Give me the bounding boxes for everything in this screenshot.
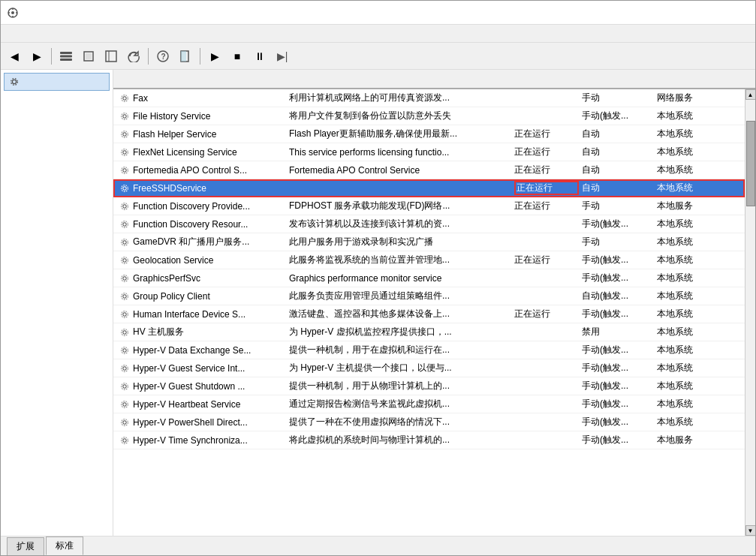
back-button[interactable]: ◀ [4, 46, 25, 67]
up-button[interactable] [78, 46, 99, 67]
show-hide-button[interactable] [56, 46, 77, 67]
gear-icon-row [119, 291, 130, 302]
svg-point-36 [122, 239, 128, 245]
play-button[interactable]: ▶ [204, 46, 225, 67]
table-row[interactable]: Hyper-V Time Synchroniza... 将此虚拟机的系统时间与物… [113, 431, 745, 449]
refresh-button[interactable] [123, 46, 144, 67]
service-startup: 手动 [579, 92, 654, 104]
svg-rect-7 [60, 55, 72, 57]
table-row[interactable]: FreeSSHDService 正在运行 自动 本地系统 [113, 179, 745, 197]
table-row[interactable]: Fax 利用计算机或网络上的可用传真资源发... 手动 网络服务 [113, 89, 745, 107]
table-row[interactable]: GraphicsPerfSvc Graphics performance mon… [113, 269, 745, 287]
service-status: 正在运行 [511, 254, 579, 266]
gear-icon-row [119, 237, 130, 248]
restart-button[interactable]: ▶| [272, 46, 293, 67]
service-startup: 手动(触发... [579, 218, 654, 230]
tab-标准[interactable]: 标准 [46, 536, 83, 555]
svg-point-25 [123, 150, 126, 153]
table-row[interactable]: File History Service 将用户文件复制到备份位置以防意外丢失 … [113, 107, 745, 125]
svg-point-49 [123, 366, 126, 369]
table-row[interactable]: Hyper-V Guest Shutdown ... 提供一种机制，用于从物理计… [113, 377, 745, 395]
svg-point-28 [122, 167, 128, 173]
toolbar: ◀ ▶ [1, 43, 755, 70]
gear-icon-row [119, 345, 130, 356]
gear-icon-row [119, 219, 130, 230]
service-login: 本地系统 [654, 290, 729, 302]
gear-icon-row [119, 435, 130, 446]
service-description: 提供一种机制，用于在虚拟机和运行在... [286, 344, 511, 356]
table-row[interactable]: Hyper-V Guest Service Int... 为 Hyper-V 主… [113, 359, 745, 377]
menu-action[interactable] [16, 32, 28, 35]
table-row[interactable]: Hyper-V Data Exchange Se... 提供一种机制，用于在虚拟… [113, 341, 745, 359]
help-button[interactable]: ? [152, 46, 173, 67]
export-button[interactable] [175, 46, 196, 67]
svg-point-50 [122, 365, 128, 371]
service-name: Hyper-V Heartbeat Service [113, 399, 286, 410]
service-description: 提供一种机制，用于从物理计算机上的... [286, 380, 511, 392]
service-name: Flash Helper Service [113, 129, 286, 140]
table-row[interactable]: Function Discovery Provide... FDPHOST 服务… [113, 197, 745, 215]
close-button[interactable] [715, 1, 749, 25]
table-row[interactable]: Fortemedia APO Control S... Fortemedia A… [113, 161, 745, 179]
stop-button[interactable]: ■ [227, 46, 248, 67]
service-startup: 自动 [579, 164, 654, 176]
service-login: 本地系统 [654, 218, 729, 230]
svg-point-34 [122, 221, 128, 227]
service-name: FlexNet Licensing Service [113, 147, 286, 158]
service-name: Hyper-V Data Exchange Se... [113, 345, 286, 356]
minimize-button[interactable] [646, 1, 680, 25]
table-row[interactable]: FlexNet Licensing Service This service p… [113, 143, 745, 161]
service-startup: 手动(触发... [579, 272, 654, 284]
service-login: 本地系统 [654, 326, 729, 338]
scroll-thumb[interactable] [746, 121, 755, 206]
svg-point-31 [123, 204, 126, 207]
svg-point-43 [123, 312, 126, 315]
table-row[interactable]: Group Policy Client 此服务负责应用管理员通过组策略组件...… [113, 287, 745, 305]
service-login: 本地服务 [654, 434, 729, 446]
svg-point-46 [122, 329, 128, 335]
menu-file[interactable] [4, 32, 16, 35]
forward-button[interactable]: ▶ [26, 46, 47, 67]
service-startup: 手动(触发... [579, 110, 654, 122]
service-name: Hyper-V PowerShell Direct... [113, 417, 286, 428]
scrollbar[interactable]: ▲ ▼ [745, 89, 755, 536]
table-row[interactable]: Hyper-V Heartbeat Service 通过定期报告检测信号来监视此… [113, 395, 745, 413]
table-row[interactable]: Hyper-V PowerShell Direct... 提供了一种在不使用虚拟… [113, 413, 745, 431]
table-row[interactable]: Human Interface Device S... 激活键盘、遥控器和其他多… [113, 305, 745, 323]
pause-button[interactable]: ⏸ [249, 46, 270, 67]
menu-help[interactable] [40, 32, 52, 35]
toolbar-separator-3 [200, 48, 200, 65]
svg-point-56 [122, 419, 128, 425]
service-name: Human Interface Device S... [113, 309, 286, 320]
table-row[interactable]: Flash Helper Service Flash Player更新辅助服务,… [113, 125, 745, 143]
svg-point-45 [123, 330, 126, 333]
svg-point-58 [122, 437, 128, 443]
service-name: Geolocation Service [113, 255, 286, 266]
service-description: Fortemedia APO Control Service [286, 165, 511, 176]
service-description: 提供了一种在不使用虚拟网络的情况下... [286, 416, 511, 428]
tab-扩展[interactable]: 扩展 [7, 537, 44, 555]
table-row[interactable]: Geolocation Service 此服务将监视系统的当前位置并管理地...… [113, 251, 745, 269]
menu-view[interactable] [28, 32, 40, 35]
gear-icon-row [119, 183, 130, 194]
service-description: 为 Hyper-V 主机提供一个接口，以便与... [286, 362, 511, 374]
svg-point-20 [122, 95, 128, 101]
svg-point-41 [123, 294, 126, 297]
service-description: 此用户服务用于游戏录制和实况广播 [286, 236, 511, 248]
service-name: Group Policy Client [113, 291, 286, 302]
window-icon [7, 7, 19, 19]
table-row[interactable]: GameDVR 和广播用户服务... 此用户服务用于游戏录制和实况广播 手动 本… [113, 233, 745, 251]
service-login: 本地系统 [654, 380, 729, 392]
sidebar-item-local-services[interactable] [4, 73, 110, 91]
table-row[interactable]: HV 主机服务 为 Hyper-V 虚拟机监控程序提供接口，... 禁用 本地系… [113, 323, 745, 341]
main-window: ◀ ▶ [0, 0, 756, 556]
service-description: 通过定期报告检测信号来监视此虚拟机... [286, 398, 511, 410]
table-row[interactable]: Function Discovery Resour... 发布该计算机以及连接到… [113, 215, 745, 233]
svg-rect-10 [86, 53, 92, 59]
service-startup: 自动 [579, 128, 654, 140]
service-startup: 手动(触发... [579, 416, 654, 428]
list-button[interactable] [101, 46, 122, 67]
scroll-up-button[interactable]: ▲ [745, 89, 756, 100]
scroll-down-button[interactable]: ▼ [745, 525, 756, 536]
maximize-button[interactable] [680, 1, 715, 25]
